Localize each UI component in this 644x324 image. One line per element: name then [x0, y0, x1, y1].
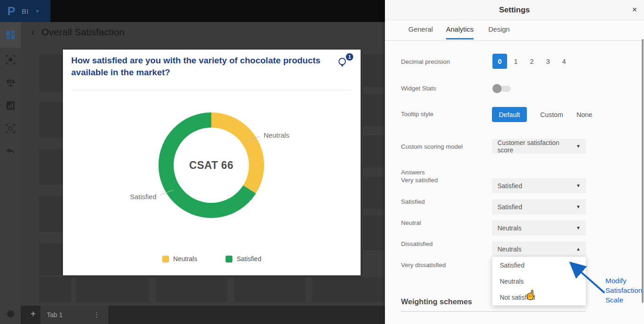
mouse-cursor-hand-icon: ☝ [525, 290, 536, 300]
donut-center-label: CSAT 66 [189, 159, 233, 172]
top-bar [0, 0, 385, 22]
slice-label-neutrals: Neutrals [264, 131, 289, 139]
widget-title: How satisfied are you with the variety o… [71, 55, 338, 78]
divider [401, 311, 586, 312]
dissatisfied-dropdown-menu: Satisfied Neutrals Not satisfied [492, 257, 586, 306]
kebab-menu-icon[interactable]: ⋮ [93, 311, 100, 319]
chart-legend: Neutrals Satisfied [63, 255, 361, 263]
very-dissatisfied-label: Very dissatisfied [401, 262, 446, 268]
answers-section-label: Answers [401, 169, 425, 176]
menu-option-neutrals[interactable]: Neutrals [492, 273, 586, 289]
tab-1-label: Tab 1 [47, 311, 62, 318]
tooltip-style-options: Default Custom None [492, 107, 593, 122]
insights-button[interactable]: 1 [338, 53, 353, 70]
settings-panel: Settings × General Analytics Design Deci… [385, 0, 644, 324]
widget-stats-toggle[interactable] [492, 84, 512, 93]
custom-scoring-model-select[interactable]: Customer satisfaction score ▼ [492, 139, 586, 154]
chevron-down-icon: ▼ [576, 183, 581, 188]
widget-placeholder-tile [39, 277, 71, 302]
dashboard-title: Overall Satisfaction [41, 27, 124, 38]
dissatisfied-select[interactable]: Neutrals ▲ [492, 241, 586, 257]
widget-placeholder-tile [363, 135, 384, 168]
custom-scoring-model-label: Custom scoring model [401, 143, 463, 150]
dashboard-stage: P BI ▼ [0, 0, 385, 324]
tooltip-default-button[interactable]: Default [492, 107, 527, 122]
widget-placeholder-tile [156, 277, 227, 302]
legend-swatch-neutrals [162, 256, 169, 263]
widget-placeholder-tile [76, 277, 149, 302]
legend-item-satisfied[interactable]: Satisfied [226, 255, 261, 263]
widget-placeholder-tile [363, 177, 384, 209]
back-icon[interactable]: ‹ [31, 27, 35, 38]
precision-4[interactable]: 4 [557, 54, 571, 69]
chevron-down-icon: ▼ [576, 204, 581, 209]
very-satisfied-select[interactable]: Satisfied ▼ [492, 178, 586, 193]
legend-item-neutrals[interactable]: Neutrals [162, 255, 197, 263]
donut-chart[interactable]: CSAT 66 [158, 112, 264, 218]
close-icon[interactable]: × [632, 5, 637, 14]
neutral-select[interactable]: Neutrals ▼ [492, 220, 586, 235]
tooltip-custom-button[interactable]: Custom [540, 111, 563, 118]
settings-title: Settings [499, 6, 530, 15]
dashboard-title-row: ‹ Overall Satisfaction [31, 27, 124, 38]
decimal-precision-options: 0 1 2 3 4 [492, 54, 573, 69]
tab-1[interactable]: Tab 1 ⋮ [40, 306, 108, 324]
chevron-up-icon: ▲ [576, 246, 581, 251]
scales-icon [6, 78, 16, 88]
decimal-precision-label: Decimal precision [401, 58, 450, 65]
scrollbar[interactable] [642, 39, 644, 303]
chevron-down-icon: ▼ [35, 9, 40, 14]
precision-0[interactable]: 0 [492, 54, 507, 69]
precision-2[interactable]: 2 [525, 54, 539, 69]
lightbulb-icon [338, 57, 347, 71]
csat-widget-card[interactable]: How satisfied are you with the variety o… [63, 50, 361, 275]
chevron-down-icon: ▼ [576, 144, 581, 149]
tab-design[interactable]: Design [488, 25, 510, 38]
widget-stats-label: Widget Stats [401, 85, 436, 92]
widget-placeholder-tile [363, 216, 384, 250]
satisfied-select[interactable]: Satisfied ▼ [492, 199, 586, 214]
undo-arrow-icon [6, 148, 15, 155]
sidebar-item-undo[interactable] [0, 140, 21, 163]
sidebar-item-capture[interactable] [0, 48, 21, 72]
dissatisfied-label: Dissatisfied [401, 240, 433, 247]
sync-capture-icon [6, 124, 15, 133]
widget-placeholder-tile [234, 277, 305, 302]
workspace-settings[interactable] [0, 306, 21, 324]
legend-swatch-satisfied [226, 256, 232, 263]
tab-general[interactable]: General [408, 25, 433, 38]
menu-option-not-satisfied[interactable]: Not satisfied [492, 289, 586, 305]
widget-placeholder-tile [312, 277, 384, 302]
settings-tabs: General Analytics Design [385, 20, 644, 41]
tab-analytics[interactable]: Analytics [446, 25, 474, 39]
app-logo-icon: P [7, 4, 15, 18]
weighting-schemes-heading: Weighting schemes [401, 297, 472, 306]
precision-1[interactable]: 1 [508, 54, 523, 69]
gear-icon [6, 309, 16, 321]
very-satisfied-label: Very satisfied [401, 177, 438, 184]
bar-chart-icon [6, 101, 15, 110]
add-tab-button[interactable]: + [27, 309, 39, 319]
sidebar-item-weighting[interactable] [0, 71, 21, 95]
insights-count-badge: 1 [346, 53, 353, 61]
sidebar-item-sync[interactable] [0, 117, 21, 140]
slice-label-satisfied: Satisfied [130, 193, 157, 201]
menu-option-satisfied[interactable]: Satisfied [492, 257, 586, 273]
satisfied-label: Satisfied [401, 198, 425, 205]
chevron-down-icon: ▼ [576, 225, 581, 230]
product-name: BI [22, 7, 28, 15]
tooltip-style-label: Tooltip style [401, 111, 434, 117]
neutral-label: Neutral [401, 219, 421, 226]
dashboards-grid-icon [6, 30, 15, 39]
precision-3[interactable]: 3 [541, 54, 555, 69]
app-logo-menu[interactable]: P BI ▼ [0, 0, 51, 22]
frame-capture-icon [6, 55, 15, 64]
widget-placeholder-tile [363, 54, 384, 87]
annotation-text: Modify Satisfaction Scale [605, 276, 642, 305]
sidebar-item-charts[interactable] [0, 94, 21, 117]
dashboard-tab-bar: + Tab 1 ⋮ [21, 306, 385, 324]
sidebar-item-dashboards[interactable] [0, 22, 21, 48]
left-sidebar [0, 22, 21, 324]
tooltip-none-button[interactable]: None [576, 111, 593, 118]
settings-header: Settings × [385, 0, 644, 20]
